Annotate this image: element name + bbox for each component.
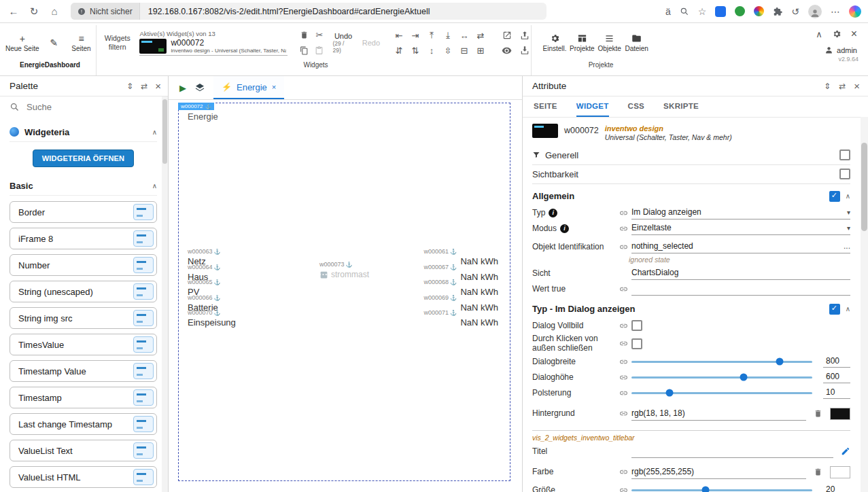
edit-page-button[interactable]: ✎: [40, 27, 67, 58]
undo-button[interactable]: Undo (29 / 29): [332, 32, 353, 54]
sichtbarkeit-checkbox[interactable]: [839, 169, 850, 179]
info-icon[interactable]: i: [549, 209, 557, 217]
widget-value-netz[interactable]: NaN kWh: [460, 256, 498, 266]
outside-close-checkbox[interactable]: [631, 338, 642, 349]
widget-value-pv[interactable]: NaN kWh: [460, 287, 498, 297]
hintergrund-swatch[interactable]: [830, 408, 850, 420]
palette-item-valuelist-html[interactable]: ValueList HTML: [10, 466, 157, 488]
objects-button[interactable]: Objekte: [596, 27, 623, 58]
align-bottom-icon[interactable]: ⤓: [440, 28, 456, 43]
clear-color-icon[interactable]: [814, 409, 822, 418]
palette-item-timestamp-value[interactable]: Timestamp Value: [10, 360, 157, 382]
section-sichtbarkeit[interactable]: Sichtbarkeit: [532, 165, 850, 184]
search-icon[interactable]: [680, 7, 689, 16]
palette-item-last-change-timestamp[interactable]: Last change Timestamp: [10, 413, 157, 435]
palette-item-number[interactable]: Number: [10, 254, 157, 276]
widget-id-w000063[interactable]: w000063⚓: [188, 248, 221, 255]
tab-css[interactable]: CSS: [628, 96, 645, 117]
profile-avatar[interactable]: [808, 5, 822, 18]
address-bar[interactable]: Nicht sicher 192.168.0.167:8082/vis-2/ed…: [71, 3, 546, 20]
preview-eye-icon[interactable]: [502, 46, 512, 56]
link-icon[interactable]: [618, 373, 629, 382]
groesse-slider[interactable]: [631, 489, 812, 491]
group-widgeteria[interactable]: Widgeteria ∧: [10, 122, 157, 142]
settings-button[interactable]: Einstell.: [541, 27, 568, 58]
group-titlebar[interactable]: vis_2_widgets_inventwo_titlebar: [532, 430, 850, 444]
selected-widget-frame[interactable]: w000072 ⚓ Energie w000063⚓ Netz w000064⚓…: [178, 103, 510, 481]
dialoghoehe-slider[interactable]: [631, 376, 812, 379]
pages-button[interactable]: ≡ Seiten: [67, 27, 94, 58]
close-editor-icon[interactable]: ×: [851, 28, 857, 40]
widget-einspeisung[interactable]: Einspeisung: [188, 317, 236, 328]
home-icon[interactable]: ⌂: [48, 5, 61, 17]
object-picker-button[interactable]: ...: [844, 241, 850, 251]
close-palette-icon[interactable]: ×: [155, 80, 161, 92]
farbe-swatch[interactable]: [830, 466, 850, 478]
attributes-scrollbar[interactable]: [861, 117, 868, 492]
distribute-v-icon[interactable]: ⇵: [391, 43, 407, 58]
search-input[interactable]: [25, 101, 137, 113]
generell-checkbox[interactable]: [839, 150, 850, 160]
palette-item-timesvalue[interactable]: TimesValue: [10, 334, 157, 355]
widget-id-w000061[interactable]: w000061⚓: [423, 248, 457, 255]
filter-widgets-button[interactable]: Widgets filtern: [101, 34, 134, 51]
link-icon[interactable]: [618, 321, 629, 330]
align-v-center-icon[interactable]: ⇅: [407, 43, 423, 58]
link-icon[interactable]: [618, 224, 629, 233]
widget-id-w000068[interactable]: w000068⚓: [423, 279, 457, 285]
dialog-vollbild-checkbox[interactable]: [631, 320, 642, 331]
hintergrund-color-field[interactable]: rgb(18, 18, 18): [631, 407, 806, 421]
modus-select[interactable]: Einzeltaste▾: [631, 222, 850, 235]
group-basic[interactable]: Basic ∧: [10, 176, 157, 196]
align-h-center-icon[interactable]: ↔: [456, 28, 472, 43]
user-menu[interactable]: admin: [779, 46, 861, 54]
redo-button[interactable]: Redo: [362, 39, 380, 47]
translate-icon[interactable]: ä: [665, 7, 671, 16]
site-security-badge[interactable]: Nicht sicher: [71, 3, 140, 20]
palette-item-border[interactable]: Border: [10, 201, 157, 223]
tab-skripte[interactable]: SKRIPTE: [663, 96, 699, 117]
palette-search[interactable]: [0, 96, 168, 117]
dialoghoehe-value[interactable]: 600: [823, 371, 850, 383]
stretch-v-icon[interactable]: ⇳: [440, 43, 456, 58]
groesse-value[interactable]: 20: [823, 484, 850, 492]
palette-item-iframe8[interactable]: iFrame 8: [10, 228, 157, 249]
import-icon[interactable]: [520, 46, 530, 55]
delete-widget-icon[interactable]: [300, 31, 309, 39]
copy-icon[interactable]: [300, 46, 309, 55]
tab-seite[interactable]: SEITE: [534, 96, 557, 117]
same-width-icon[interactable]: ⊟: [456, 43, 472, 58]
link-icon[interactable]: [618, 357, 629, 366]
info-icon[interactable]: i: [560, 224, 569, 233]
widget-value-batterie[interactable]: NaN kWh: [460, 302, 498, 313]
widget-id-w000069[interactable]: w000069⚓: [423, 294, 457, 301]
toolbar-settings-icon[interactable]: [832, 29, 841, 39]
browser-menu-icon[interactable]: ⋯: [831, 7, 840, 16]
projects-button[interactable]: Projekte: [568, 27, 596, 58]
widget-id-w000066[interactable]: w000066⚓: [188, 294, 221, 301]
slider-thumb[interactable]: [665, 389, 673, 397]
clear-color-icon[interactable]: [814, 468, 822, 476]
typ-dialog-checkbox[interactable]: [829, 304, 840, 315]
polsterung-value[interactable]: 10: [823, 387, 850, 399]
dialogbreite-slider[interactable]: [631, 361, 812, 363]
link-icon[interactable]: [618, 409, 629, 418]
palette-item-valuelist-text[interactable]: ValueList Text: [10, 440, 157, 461]
history-icon[interactable]: ↺: [791, 7, 799, 16]
align-right-icon[interactable]: ⇥: [407, 28, 423, 43]
widget-id-w000065[interactable]: w000065⚓: [188, 279, 221, 285]
widget-id-w000067[interactable]: w000067⚓: [423, 264, 457, 270]
widget-strommast-image[interactable]: strommast: [319, 270, 369, 279]
widget-selector[interactable]: Aktive(s) Widget(s) von 13 w000072 inven…: [139, 30, 288, 56]
export-icon[interactable]: [520, 31, 530, 40]
link-icon[interactable]: [618, 389, 629, 398]
same-height-icon[interactable]: ↕: [423, 43, 440, 58]
allgemein-checkbox[interactable]: [829, 191, 840, 202]
dock-panel-icon[interactable]: ⇄: [839, 82, 846, 91]
new-page-button[interactable]: + Neue Seite: [4, 27, 40, 58]
section-typ-dialog[interactable]: Typ - Im Dialog anzeigen ∧: [532, 300, 850, 318]
dialogbreite-value[interactable]: 800: [823, 355, 850, 368]
widget-value-einspeisung[interactable]: NaN kWh: [460, 317, 498, 328]
link-icon[interactable]: [618, 468, 629, 476]
slider-thumb[interactable]: [740, 374, 747, 381]
